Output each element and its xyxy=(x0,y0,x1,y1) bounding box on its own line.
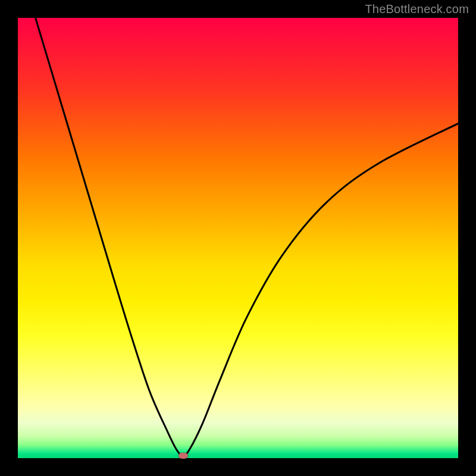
optimal-marker xyxy=(178,453,188,459)
chart-frame: TheBottleneck.com xyxy=(0,0,476,476)
plot-area xyxy=(18,18,458,458)
bottleneck-curve xyxy=(18,18,458,458)
watermark-text: TheBottleneck.com xyxy=(365,2,469,16)
